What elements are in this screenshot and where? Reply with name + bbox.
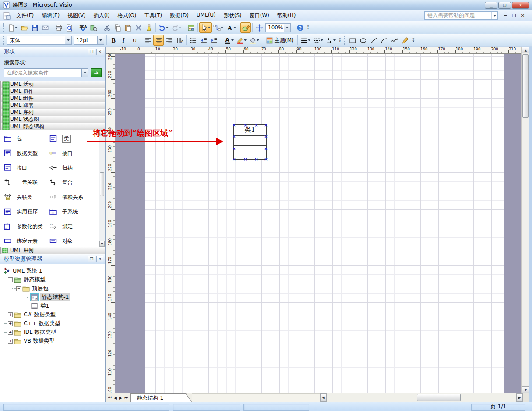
- shapes-scrollbar[interactable]: ▲▼: [99, 130, 105, 247]
- font-size-dropdown[interactable]: [97, 36, 104, 44]
- align-left-button[interactable]: [143, 35, 153, 46]
- help-search-input[interactable]: 键入需要帮助的问题: [424, 11, 498, 20]
- menu-o[interactable]: 格式(O): [114, 10, 141, 21]
- tree-item[interactable]: −静态模型: [0, 275, 105, 284]
- shape-item[interactable]: «»子系统: [49, 205, 99, 219]
- research-button[interactable]: [88, 22, 99, 33]
- bullets-button[interactable]: [188, 35, 198, 46]
- copy-button[interactable]: [112, 22, 123, 33]
- shape-item[interactable]: 类: [49, 131, 99, 146]
- selection-handle[interactable]: ×: [243, 123, 247, 127]
- dropdown-arrow-icon[interactable]: [257, 39, 259, 43]
- delete-button[interactable]: [133, 22, 144, 33]
- toolbar-grip[interactable]: [344, 36, 346, 45]
- help-button[interactable]: ?: [295, 22, 305, 33]
- selection-handle[interactable]: ×: [264, 135, 268, 138]
- menu-h[interactable]: 帮助(H): [273, 10, 299, 21]
- menu-s[interactable]: 形状(S): [220, 10, 246, 21]
- help-search-dropdown[interactable]: [491, 12, 497, 19]
- tree-item[interactable]: 类1: [0, 301, 105, 310]
- toolbar-options-button[interactable]: ▾▾: [337, 35, 343, 46]
- tree-item[interactable]: +C# 数据类型: [0, 310, 105, 319]
- menu-i[interactable]: 插入(I): [90, 10, 114, 21]
- redo-button[interactable]: [170, 22, 183, 33]
- shape-item[interactable]: 数据类型: [4, 146, 49, 160]
- selection-handle[interactable]: ×: [232, 147, 236, 151]
- arc-tool-button[interactable]: [379, 35, 390, 46]
- font-color-button[interactable]: A: [222, 35, 235, 46]
- spelling-button[interactable]: 字A: [78, 22, 88, 33]
- stencil-bar[interactable]: UML 协作: [0, 88, 105, 95]
- menu-w[interactable]: 窗口(W): [246, 10, 273, 21]
- selection-handle[interactable]: ×: [232, 157, 236, 161]
- save-button[interactable]: [29, 22, 40, 33]
- shape-item[interactable]: 实用程序: [4, 205, 49, 219]
- rectangle-tool-button[interactable]: [348, 35, 358, 46]
- toolbar-options-button[interactable]: ▾▾: [411, 35, 416, 46]
- last-page-button[interactable]: ⏭: [124, 395, 128, 400]
- model-explorer-close-button[interactable]: ✕: [96, 256, 103, 262]
- toolbar-grip[interactable]: [3, 23, 5, 32]
- selection-handle[interactable]: ×: [264, 123, 268, 127]
- font-size-combo[interactable]: 12pt: [74, 36, 104, 45]
- menu-f[interactable]: 文件(F): [12, 10, 38, 21]
- dropdown-arrow-icon[interactable]: [221, 27, 223, 30]
- toolbar-options-button[interactable]: ▾▾: [305, 22, 311, 33]
- bold-button[interactable]: B: [108, 35, 119, 46]
- doc-restore-button[interactable]: ❐: [511, 13, 517, 18]
- line-pattern-button[interactable]: [312, 35, 324, 46]
- line-ends-button[interactable]: [324, 35, 337, 46]
- shape-item[interactable]: 依赖关系: [49, 190, 99, 205]
- expand-icon[interactable]: +: [8, 339, 13, 344]
- pencil-tool-button[interactable]: [400, 35, 411, 46]
- minimize-button[interactable]: ▁: [485, 2, 497, 9]
- dropdown-arrow-icon[interactable]: [179, 27, 181, 30]
- mail-button[interactable]: [40, 22, 50, 33]
- line-color-button[interactable]: [235, 35, 248, 46]
- freeform-tool-button[interactable]: [390, 35, 400, 46]
- selection-handle[interactable]: ×: [232, 123, 236, 127]
- doc-minimize-button[interactable]: ━: [502, 13, 508, 18]
- dropdown-arrow-icon[interactable]: [231, 39, 234, 43]
- drawing-page[interactable]: 类1 ××××××××××××: [145, 54, 504, 393]
- stencil-bar[interactable]: UML 活动: [0, 81, 105, 88]
- selection-handle[interactable]: ×: [254, 157, 258, 161]
- dropdown-arrow-icon[interactable]: [166, 27, 169, 30]
- close-button[interactable]: ✕: [512, 2, 529, 9]
- zoom-combo[interactable]: 100%: [265, 23, 291, 32]
- selection-handle[interactable]: ×: [264, 147, 268, 151]
- prev-page-button[interactable]: ◀: [114, 396, 117, 400]
- drawing-tool-button[interactable]: [240, 22, 251, 33]
- tree-item[interactable]: +VB 数据类型: [0, 337, 105, 345]
- model-explorer-float-button[interactable]: ❒: [88, 256, 95, 262]
- dropdown-arrow-icon[interactable]: [244, 39, 247, 43]
- menu-v[interactable]: 视图(V): [63, 10, 90, 21]
- italic-button[interactable]: I: [119, 35, 129, 46]
- connector-tool-button[interactable]: [212, 22, 225, 33]
- shape-item[interactable]: 包: [4, 131, 49, 146]
- restore-button[interactable]: ❐: [498, 2, 511, 9]
- stencil-bar[interactable]: UML 序列: [0, 109, 105, 116]
- stencil-bar[interactable]: UML 静态结构: [0, 123, 105, 130]
- font-combo[interactable]: 宋体: [7, 36, 72, 45]
- collapse-icon[interactable]: −: [8, 277, 13, 282]
- doc-close-button[interactable]: ✕: [520, 13, 526, 18]
- horizontal-scroll-track[interactable]: [327, 393, 516, 402]
- next-page-button[interactable]: ▶: [119, 396, 122, 400]
- shape-item[interactable]: 参数化的类: [4, 219, 49, 234]
- shape-search-input[interactable]: 在此键入搜索条件: [4, 68, 88, 77]
- fill-color-button[interactable]: [248, 35, 261, 46]
- tree-item[interactable]: +IDL 数据类型: [0, 328, 105, 337]
- tree-item[interactable]: +C++ 数据类型: [0, 319, 105, 328]
- new-document-button[interactable]: [6, 22, 19, 33]
- dropdown-arrow-icon[interactable]: [308, 39, 310, 43]
- dropdown-arrow-icon[interactable]: [333, 39, 336, 43]
- shape-item[interactable]: «»绑定: [49, 219, 99, 234]
- menu-t[interactable]: 工具(T): [141, 10, 166, 21]
- dropdown-arrow-icon[interactable]: [233, 27, 236, 30]
- shape-item[interactable]: 归纳: [49, 161, 99, 175]
- ellipse-tool-button[interactable]: [358, 35, 369, 46]
- stencil-bar[interactable]: UML 状态图: [0, 116, 105, 123]
- shapes-panel-float-button[interactable]: ❒: [88, 49, 95, 55]
- shape-item[interactable]: 接口: [4, 161, 49, 175]
